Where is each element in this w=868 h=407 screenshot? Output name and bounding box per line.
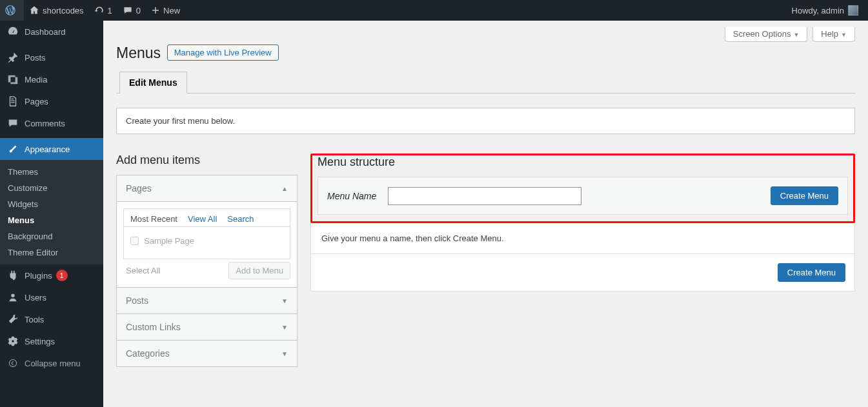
sidebar-item-tools[interactable]: Tools [0,308,103,330]
tool-icon [6,313,19,325]
collapse-icon [6,359,19,368]
page-icon [6,95,19,107]
sidebar-item-media[interactable]: Media [0,68,103,90]
appearance-submenu: Themes Customize Widgets Menus Backgroun… [0,160,103,264]
chevron-up-icon: ▲ [281,185,288,192]
plus-icon [151,6,160,15]
subitem-menus[interactable]: Menus [0,212,103,228]
site-name-link[interactable]: shortcodes [24,0,89,21]
sample-page-label: Sample Page [144,236,194,246]
chevron-down-icon: ▼ [281,297,288,304]
accordion-pages-label: Pages [126,183,152,194]
brush-icon [6,143,19,155]
chevron-down-icon: ▼ [281,350,288,357]
updates-link[interactable]: 1 [89,0,117,21]
update-icon [94,5,105,15]
user-icon [6,292,19,303]
subitem-theme-editor[interactable]: Theme Editor [0,244,103,261]
create-menu-button-top[interactable]: Create Menu [771,186,838,205]
sidebar-label: Users [25,293,46,303]
add-items-heading: Add menu items [116,154,298,167]
sidebar-item-pages[interactable]: Pages [0,90,103,112]
sidebar-item-comments[interactable]: Comments [0,112,103,134]
collapse-menu[interactable]: Collapse menu [0,352,103,374]
subitem-widgets[interactable]: Widgets [0,196,103,212]
chevron-down-icon: ▼ [281,324,288,331]
accordion-custom-head[interactable]: Custom Links ▼ [117,314,297,341]
menu-header-box: Menu Name Create Menu [318,177,848,215]
pages-tab-recent[interactable]: Most Recent [129,212,179,226]
sidebar-label: Posts [25,53,46,63]
accordion-custom-label: Custom Links [126,322,181,332]
menu-name-input[interactable] [388,187,581,205]
select-all-link[interactable]: Select All [126,266,160,275]
accordion-pages-head[interactable]: Pages ▲ [117,175,297,202]
svg-point-1 [9,359,16,366]
plugin-icon [6,270,19,281]
pin-icon [6,52,19,63]
accordion-categories-head[interactable]: Categories ▼ [117,341,297,366]
menu-structure-highlight: Menu structure Menu Name Create Menu [310,154,855,223]
sample-page-checkbox[interactable] [130,237,139,245]
media-icon [6,74,19,85]
home-icon [29,5,39,15]
tab-edit-menus[interactable]: Edit Menus [119,72,187,94]
sidebar-item-posts[interactable]: Posts [0,46,103,68]
subitem-themes[interactable]: Themes [0,164,103,180]
sidebar-label: Tools [25,315,44,324]
sidebar-label: Appearance [25,144,70,154]
pages-tab-viewall[interactable]: View All [187,212,218,226]
menu-structure-heading: Menu structure [318,155,848,169]
wp-logo[interactable] [0,0,24,21]
pages-tab-search[interactable]: Search [226,212,255,226]
help-toggle[interactable]: Help▼ [812,27,855,42]
sidebar-item-dashboard[interactable]: Dashboard [0,21,103,43]
howdy-text: Howdy, admin [792,6,844,15]
manage-live-preview-link[interactable]: Manage with Live Preview [167,45,279,61]
dashboard-icon [6,26,19,37]
help-label: Help [821,29,838,39]
create-menu-button-bottom[interactable]: Create Menu [778,263,845,282]
accordion-categories-label: Categories [126,348,170,359]
sample-page-item[interactable]: Sample Page [124,230,290,256]
sidebar-item-plugins[interactable]: Plugins 1 [0,264,103,286]
updates-count: 1 [108,6,112,15]
screen-options-label: Screen Options [733,29,791,39]
accordion-posts-head[interactable]: Posts ▼ [117,288,297,314]
sidebar-label: Media [25,75,47,84]
subitem-customize[interactable]: Customize [0,180,103,196]
collapse-label: Collapse menu [25,359,81,368]
menu-instruction: Give your menu a name, then click Create… [310,223,855,254]
sidebar-label: Settings [25,337,55,346]
sidebar-label: Pages [25,97,48,106]
accordion-posts-label: Posts [126,295,148,306]
sidebar-item-users[interactable]: Users [0,286,103,308]
site-name-text: shortcodes [43,6,84,15]
menu-footer-box: Create Menu [310,254,855,292]
wordpress-icon [5,5,15,15]
sidebar-item-settings[interactable]: Settings [0,330,103,352]
new-content-link[interactable]: New [146,0,185,21]
comments-link[interactable]: 0 [117,0,146,21]
screen-options-toggle[interactable]: Screen Options▼ [725,27,808,42]
sidebar-label: Plugins [25,271,52,281]
chevron-down-icon: ▼ [793,32,799,38]
sidebar-label: Comments [25,119,65,128]
accordion-pages-body: Most Recent View All Search Sample Page … [117,202,297,288]
new-label: New [163,6,180,15]
comments-icon [6,117,19,129]
chevron-down-icon: ▼ [841,32,847,38]
sidebar-item-appearance[interactable]: Appearance [0,138,103,160]
page-title: Menus [116,45,161,62]
first-menu-notice: Create your first menu below. [116,108,855,134]
plugins-update-badge: 1 [56,270,68,281]
sidebar-label: Dashboard [25,27,66,37]
add-to-menu-button[interactable]: Add to Menu [228,262,290,279]
avatar [848,5,858,15]
settings-icon [6,335,19,347]
svg-point-0 [11,294,14,297]
my-account[interactable]: Howdy, admin [787,0,863,21]
comment-icon [123,5,133,15]
menu-name-label: Menu Name [327,191,376,201]
subitem-background[interactable]: Background [0,228,103,244]
